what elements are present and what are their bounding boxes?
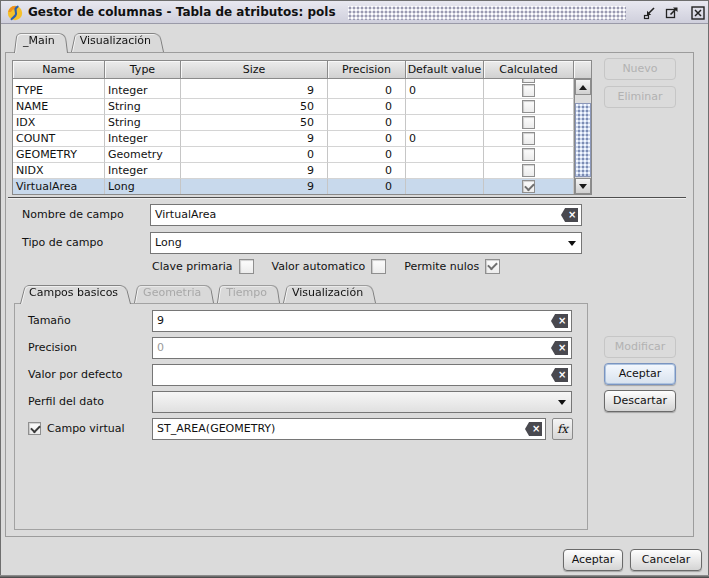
table-cell	[406, 147, 484, 163]
table-cell: COUNT	[13, 131, 105, 147]
calculated-checkbox[interactable]	[522, 100, 535, 113]
table-row[interactable]: NAMEString500	[13, 99, 574, 115]
tab-tiempo[interactable]: Tiempo	[217, 283, 280, 303]
table-row[interactable]: VirtualAreaLong90	[13, 179, 574, 194]
tamano-input[interactable]: 9	[152, 310, 572, 332]
column-header-precision[interactable]: Precision	[328, 61, 406, 79]
column-header-size[interactable]: Size	[181, 61, 328, 79]
column-header-calculated[interactable]: Calculated	[484, 61, 574, 79]
scrollbar-thumb[interactable]	[575, 103, 591, 177]
table-cell: 0	[328, 131, 406, 147]
table-header: Name Type Size Precision Default value C…	[13, 61, 591, 79]
table-cell: 9	[181, 179, 328, 194]
table-cell: VirtualArea	[13, 179, 105, 194]
campo-virtual-value: ST_AREA(GEOMETRY)	[157, 422, 275, 435]
calculated-checkbox[interactable]	[522, 132, 535, 145]
aceptar-dialog-button[interactable]: Aceptar	[563, 549, 623, 571]
clave-primaria-checkbox[interactable]	[239, 259, 254, 274]
gvsig-app-icon	[7, 5, 23, 21]
table-row[interactable]: NIDXInteger90	[13, 163, 574, 179]
table-cell	[406, 163, 484, 179]
calculated-checkbox[interactable]	[522, 180, 535, 193]
tab-visualizacion[interactable]: Visualización	[71, 31, 164, 52]
descartar-button[interactable]: Descartar	[604, 390, 676, 412]
tab-campos-basicos[interactable]: Campos basicos	[20, 283, 131, 304]
column-header-type[interactable]: Type	[105, 61, 181, 79]
calculated-checkbox[interactable]	[522, 164, 535, 177]
eliminar-button[interactable]: Eliminar	[604, 86, 676, 108]
expression-builder-button[interactable]: fx	[552, 418, 573, 440]
clear-text-icon[interactable]	[561, 208, 578, 222]
table-cell: IDX	[13, 115, 105, 131]
cancelar-dialog-button[interactable]: Cancelar	[630, 549, 702, 571]
scroll-up-button[interactable]	[575, 79, 591, 95]
tab-main[interactable]: _Main	[14, 31, 68, 53]
column-header-name[interactable]: Name	[13, 61, 105, 79]
table-scrollbar[interactable]	[574, 79, 591, 194]
valor-defecto-input[interactable]	[152, 364, 572, 386]
precision-input[interactable]: 0	[152, 337, 572, 359]
valor-automatico-checkbox[interactable]	[371, 259, 386, 274]
table-cell: NIDX	[13, 163, 105, 179]
field-type-combobox[interactable]: Long	[150, 232, 582, 254]
table-cell: 9	[181, 131, 328, 147]
valor-defecto-label: Valor por defecto	[28, 364, 122, 386]
aceptar-field-button[interactable]: Aceptar	[604, 363, 676, 385]
columns-table: Name Type Size Precision Default value C…	[12, 60, 592, 195]
table-cell	[406, 99, 484, 115]
table-cell: 0	[406, 131, 484, 147]
clave-primaria-label: Clave primaria	[152, 260, 233, 273]
column-manager-dialog: Gestor de columnas - Tabla de atributos:…	[0, 0, 709, 578]
column-header-default-value[interactable]: Default value	[406, 61, 484, 79]
minimize-icon[interactable]	[642, 5, 658, 21]
table-cell: NAME	[13, 99, 105, 115]
table-cell: Geometry	[105, 147, 181, 163]
nuevo-button[interactable]: Nuevo	[604, 58, 676, 80]
table-cell-calculated	[484, 131, 574, 147]
tab-visualizacion-sub[interactable]: Visualización	[283, 283, 376, 303]
calculated-checkbox[interactable]	[522, 148, 535, 161]
clipped-cell-text: Integer	[108, 79, 177, 81]
titlebar-texture	[348, 6, 626, 20]
table-cell	[406, 179, 484, 194]
clear-text-icon[interactable]	[551, 368, 568, 382]
campo-virtual-label: Campo virtual	[47, 418, 125, 440]
calculated-checkbox[interactable]	[522, 116, 535, 129]
valor-automatico-label: Valor automatico	[272, 260, 366, 273]
table-cell-calculated	[484, 179, 574, 194]
table-cell: 50	[181, 99, 328, 115]
close-icon[interactable]	[690, 5, 706, 21]
table-cell: 9	[181, 163, 328, 179]
tab-geometria[interactable]: Geometria	[134, 283, 214, 303]
maximize-icon[interactable]	[664, 5, 680, 21]
table-cell-calculated	[484, 115, 574, 131]
calculated-checkbox[interactable]	[522, 84, 535, 97]
table-cell: Integer	[105, 163, 181, 179]
title-bar[interactable]: Gestor de columnas - Tabla de atributos:…	[1, 1, 708, 24]
field-type-label: Tipo de campo	[22, 232, 103, 254]
perfil-dato-combobox[interactable]	[152, 391, 572, 413]
table-cell: 0	[406, 83, 484, 99]
table-row[interactable]: COUNTInteger900	[13, 131, 574, 147]
clear-text-icon[interactable]	[551, 341, 568, 355]
permite-nulos-checkbox[interactable]	[485, 259, 500, 274]
table-body: Integer TYPEInteger900NAMEString500IDXSt…	[13, 79, 574, 194]
table-row[interactable]: TYPEInteger900	[13, 83, 574, 99]
campo-virtual-input[interactable]: ST_AREA(GEOMETRY)	[152, 418, 546, 440]
table-row[interactable]: GEOMETRYGeometry00	[13, 147, 574, 163]
field-name-input[interactable]: VirtualArea	[150, 204, 582, 226]
table-row[interactable]: IDXString500	[13, 115, 574, 131]
table-cell: String	[105, 99, 181, 115]
table-cell: 0	[328, 99, 406, 115]
clear-text-icon[interactable]	[525, 422, 542, 436]
campo-virtual-checkbox[interactable]	[28, 422, 41, 435]
scroll-down-button[interactable]	[575, 178, 591, 194]
modificar-button[interactable]: Modificar	[604, 336, 676, 358]
clear-text-icon[interactable]	[551, 314, 568, 328]
calculated-checkbox	[522, 79, 535, 83]
precision-label: Precision	[28, 337, 77, 359]
perfil-dato-label: Perfil del dato	[28, 391, 104, 413]
tamano-value: 9	[157, 314, 164, 327]
table-cell-calculated	[484, 83, 574, 99]
table-cell: 0	[328, 163, 406, 179]
